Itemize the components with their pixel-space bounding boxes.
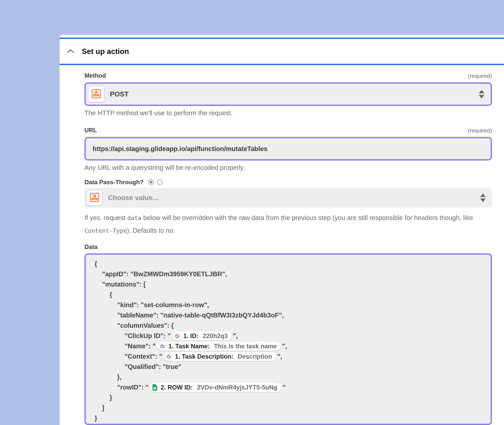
json-line: } [91, 413, 486, 423]
json-line: "Context": " 1. Task Description: Descri… [91, 351, 486, 362]
mapped-field-pill[interactable]: 1. Task Name: This is the task name [157, 342, 281, 351]
panel-top-strip [60, 35, 504, 38]
clickup-icon [165, 353, 172, 360]
data-pass-through-placeholder: Choose value... [108, 194, 158, 202]
method-select-value: POST [110, 90, 129, 98]
data-pass-through-radio-group [148, 179, 162, 185]
json-text: } [95, 415, 97, 422]
json-text: "mutations": [ [102, 281, 146, 288]
json-text: "ClickUp ID": " [125, 332, 170, 339]
clickup-icon [174, 332, 181, 339]
mapped-field-pill[interactable]: 2. ROW ID: 2VDv-dNmR4yjsJYT5-5uNg [150, 383, 281, 392]
json-text: ", [282, 342, 287, 350]
select-updown-icon [479, 90, 485, 99]
select-updown-icon [480, 193, 486, 202]
json-line: }, [91, 372, 486, 382]
json-text: ] [102, 404, 104, 412]
webhook-app-icon [88, 86, 104, 102]
pill-label: 2. ROW ID: [161, 382, 194, 393]
pill-label: 1. Task Description: [175, 352, 235, 362]
pill-value: Description [238, 352, 272, 362]
json-line: "Name": " 1. Task Name: This is the task… [91, 341, 486, 351]
json-text: { [95, 260, 97, 267]
url-field-block: URL (required) https://api.staging.glide… [84, 126, 492, 172]
data-pass-through-select[interactable]: Choose value... [84, 188, 492, 208]
pill-label: 1. Task Name: [168, 341, 211, 352]
method-required-hint: (required) [468, 73, 492, 79]
data-pass-through-radio-1[interactable] [148, 179, 154, 185]
data-pass-through-help-text: If yes, request data below will be overr… [84, 212, 483, 237]
json-text: } [110, 394, 112, 401]
data-pass-through-radio-2[interactable] [157, 179, 162, 185]
clickup-icon [159, 343, 166, 350]
url-input-value: https://api.staging.glideapp.io/api/func… [93, 145, 267, 153]
method-help-text: The HTTP method we'll use to perform the… [84, 109, 492, 117]
json-line: "tableName": "native-table-qQtBfW3I3zbQY… [91, 310, 486, 320]
data-pass-through-block: Data Pass-Through? Choose value... If ye… [84, 179, 492, 237]
json-text: "appID": "BwZMWDm3959KY0ETLJBR", [102, 270, 227, 278]
json-line: } [91, 392, 486, 403]
section-header-divider [60, 64, 504, 65]
url-required-hint: (required) [468, 127, 492, 134]
json-text: ", [233, 332, 238, 339]
mapped-field-pill[interactable]: 1. ID: 220h2q3 [172, 331, 232, 340]
page-background: { "colors": { "canvas_blue": "#aec0e8", … [0, 0, 504, 425]
json-text: "Context": " [125, 353, 162, 360]
json-text: "Name": " [125, 342, 156, 350]
chevron-up-icon [67, 49, 74, 54]
form-content: Method (required) POST The HTTP method w… [60, 65, 504, 425]
json-line: "Qualified": "true" [91, 362, 486, 372]
json-text: "Qualified": "true" [125, 363, 181, 370]
json-text: ", [277, 353, 282, 360]
data-label: Data [84, 244, 97, 250]
json-line: { [91, 259, 486, 269]
json-line: { [91, 290, 486, 300]
pill-value: 2VDv-dNmR4yjsJYT5-5uNg [197, 382, 277, 393]
url-label: URL [84, 127, 97, 134]
google-sheets-icon [151, 384, 158, 391]
webhook-app-icon [87, 190, 102, 206]
json-line: ] [91, 403, 486, 413]
pill-value: 220h2q3 [203, 331, 228, 341]
data-textarea[interactable]: {"appID": "BwZMWDm3959KY0ETLJBR","mutati… [84, 253, 492, 425]
json-text: "tableName": "native-table-qQtBfW3I3zbQY… [117, 312, 284, 319]
json-text: }, [117, 373, 122, 380]
page-title: Set up action [82, 47, 129, 56]
json-text: "kind": "set-columns-in-row", [117, 301, 209, 308]
json-text: "rowID": " [117, 384, 149, 391]
json-line: "mutations": [ [91, 279, 486, 290]
data-field-block: Data {"appID": "BwZMWDm3959KY0ETLJBR","m… [84, 243, 492, 425]
data-pass-through-label: Data Pass-Through? [84, 179, 143, 186]
section-top-divider [60, 38, 504, 39]
method-field-block: Method (required) POST The HTTP method w… [84, 72, 492, 117]
url-input[interactable]: https://api.staging.glideapp.io/api/func… [84, 137, 492, 160]
json-line: "rowID": " 2. ROW ID: 2VDv-dNmR4yjsJYT5-… [91, 382, 486, 392]
pill-label: 1. ID: [183, 331, 200, 341]
mapped-field-pill[interactable]: 1. Task Description: Description [163, 352, 276, 361]
json-line: "ClickUp ID": " 1. ID: 220h2q3", [91, 331, 486, 341]
setup-action-panel: Set up action Method (required) POST The [60, 35, 504, 425]
json-text: "columnValues": { [117, 322, 174, 329]
method-select[interactable]: POST [84, 82, 492, 106]
json-line: "kind": "set-columns-in-row", [91, 300, 486, 310]
method-label: Method [84, 72, 106, 79]
json-line: "appID": "BwZMWDm3959KY0ETLJBR", [91, 269, 486, 279]
json-text: " [283, 384, 286, 391]
json-line: "columnValues": { [91, 320, 486, 331]
section-header: Set up action [60, 39, 504, 64]
pill-value: This is the task name [214, 341, 277, 352]
json-text: { [110, 291, 112, 298]
url-help-text: Any URL with a querystring will be re-en… [84, 163, 492, 172]
collapse-section-button[interactable] [67, 49, 74, 54]
